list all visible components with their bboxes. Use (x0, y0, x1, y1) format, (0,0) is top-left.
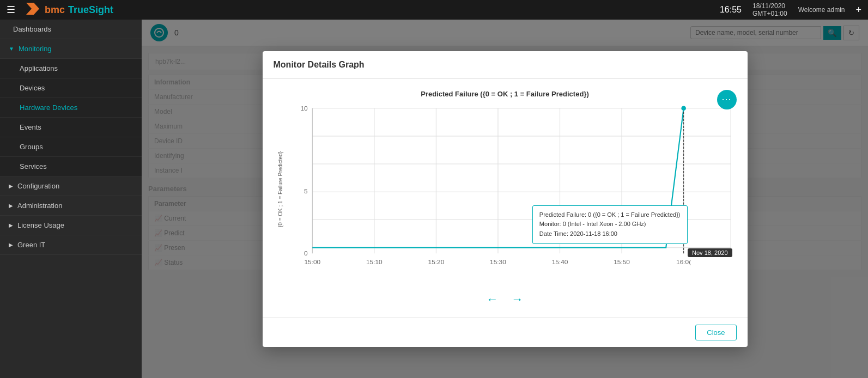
greenit-arrow: ▶ (9, 242, 13, 248)
welcome-info: Welcome admin (798, 6, 845, 14)
chart-main: 10 5 0 15:00 15:10 15:20 15:30 15:40 (289, 102, 737, 277)
date: 18/11/2020 (752, 2, 787, 10)
clock: 16:55 (720, 5, 742, 15)
options-icon: ··· (721, 94, 731, 105)
chart-title: Predicted Failure ({0 = OK ; 1 = Failure… (274, 90, 737, 98)
close-button[interactable]: Close (695, 325, 736, 340)
sidebar-item-dashboards[interactable]: Dashboards (0, 20, 142, 39)
add-icon[interactable]: + (855, 4, 861, 16)
topbar-right: 16:55 18/11/2020 GMT+01:00 Welcome admin… (720, 2, 861, 17)
welcome-label: Welcome (798, 6, 825, 14)
layout: Dashboards ▼ Monitoring Applications Dev… (0, 20, 868, 378)
svg-text:15:50: 15:50 (614, 258, 630, 265)
modal-footer: Close (263, 318, 748, 347)
logo: bmc TrueSight (24, 3, 113, 17)
bmc-text: bmc (45, 4, 65, 16)
administration-label: Administration (17, 202, 62, 210)
menu-icon[interactable]: ☰ (7, 4, 15, 16)
administration-arrow: ▶ (9, 203, 13, 209)
bmc-logo (24, 3, 39, 17)
svg-marker-0 (26, 3, 39, 15)
sidebar-section-license[interactable]: ▶ License Usage (0, 216, 142, 235)
topbar: ☰ bmc TrueSight 16:55 18/11/2020 GMT+01:… (0, 0, 868, 20)
svg-text:15:00: 15:00 (304, 258, 320, 265)
sidebar-item-services[interactable]: Services (0, 157, 142, 176)
next-arrow[interactable]: → (512, 292, 524, 307)
chart-nav: ← → (274, 292, 737, 307)
truesight-text: TrueSight (68, 4, 113, 16)
license-arrow: ▶ (9, 222, 13, 228)
sidebar-item-groups[interactable]: Groups (0, 137, 142, 157)
prev-arrow[interactable]: ← (487, 292, 499, 307)
svg-text:15:40: 15:40 (551, 258, 568, 265)
modal-overlay: Monitor Details Graph Predicted Failure … (142, 20, 868, 378)
sidebar-section-configuration[interactable]: ▶ Configuration (0, 176, 142, 196)
sidebar-section-monitoring[interactable]: ▼ Monitoring (0, 39, 142, 59)
main-content: 0 🔍 ↻ hpb7k-l2... Information Manufactur… (142, 20, 868, 378)
modal-title: Monitor Details Graph (274, 60, 365, 69)
svg-text:10: 10 (300, 105, 308, 112)
svg-text:15:30: 15:30 (490, 258, 506, 265)
configuration-arrow: ▶ (9, 183, 13, 189)
modal: Monitor Details Graph Predicted Failure … (263, 51, 748, 347)
sidebar-item-devices[interactable]: Devices (0, 78, 142, 98)
y-axis-label: {0 = OK ; 1 = Failure Predicted} (274, 102, 287, 277)
svg-point-27 (681, 106, 686, 111)
chart-options-button[interactable]: ··· (717, 90, 737, 109)
svg-text:0: 0 (304, 249, 308, 257)
tooltip-date-badge: Nov 18, 2020 (688, 248, 732, 257)
modal-header: Monitor Details Graph (263, 51, 748, 79)
chart-container: Predicted Failure ({0 = OK ; 1 = Failure… (274, 90, 737, 286)
date-info: 18/11/2020 GMT+01:00 (752, 2, 787, 17)
svg-text:15:20: 15:20 (428, 258, 444, 265)
sidebar: Dashboards ▼ Monitoring Applications Dev… (0, 20, 142, 378)
license-label: License Usage (17, 221, 64, 229)
monitoring-submenu: Applications Devices Hardware Devices Ev… (0, 59, 142, 176)
sidebar-section-greenit[interactable]: ▶ Green IT (0, 235, 142, 255)
greenit-label: Green IT (17, 241, 45, 249)
monitoring-arrow: ▼ (9, 46, 14, 52)
sidebar-item-events[interactable]: Events (0, 118, 142, 137)
monitoring-label: Monitoring (19, 45, 52, 53)
svg-text:16:0(: 16:0( (676, 258, 691, 265)
sidebar-section-administration[interactable]: ▶ Administration (0, 196, 142, 216)
chart-area: {0 = OK ; 1 = Failure Predicted} (274, 102, 737, 277)
svg-text:5: 5 (304, 187, 308, 195)
sidebar-item-applications[interactable]: Applications (0, 59, 142, 78)
username: admin (827, 6, 845, 14)
timezone: GMT+01:00 (752, 10, 787, 17)
sidebar-item-hardware-devices[interactable]: Hardware Devices (0, 98, 142, 118)
svg-text:15:10: 15:10 (366, 258, 382, 265)
modal-body: Predicted Failure ({0 = OK ; 1 = Failure… (263, 79, 748, 318)
configuration-label: Configuration (17, 182, 59, 190)
chart-svg: 10 5 0 15:00 15:10 15:20 15:30 15:40 (289, 102, 737, 277)
